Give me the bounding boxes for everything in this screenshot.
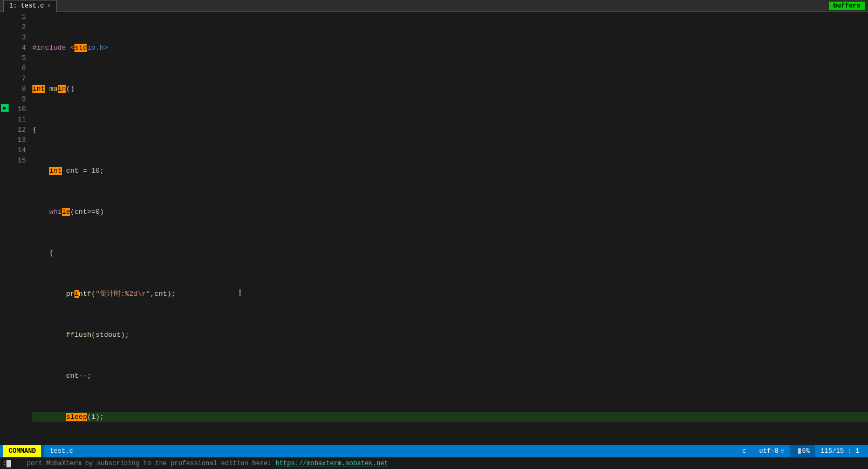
line-num-5: 5 xyxy=(13,53,26,63)
command-line[interactable]: : port MobaXterm by subscribing to the p… xyxy=(0,457,868,469)
code-line-5: while(cnt>=0) xyxy=(32,207,868,217)
footer-link[interactable]: https://mobaxterm.mobatek.net xyxy=(276,460,388,467)
code-line-7: printf("倒计时:%2d\r",cnt); xyxy=(32,289,868,299)
status-language: c xyxy=(736,445,753,457)
encoding-text: utf-8 xyxy=(759,447,778,455)
command-cursor xyxy=(6,460,11,467)
line-num-4: 4 xyxy=(13,43,26,53)
line-num-9: 9 xyxy=(13,94,26,104)
gutter: ▶ xyxy=(0,12,11,438)
status-percent: ▓ 6% xyxy=(792,445,815,457)
editor: ▶ 1 2 3 4 5 6 7 8 9 10 11 12 13 14 15 #i… xyxy=(0,12,868,438)
line-num-12: 12 xyxy=(13,125,26,135)
line-num-1: 1 xyxy=(13,12,26,22)
code-line-4: int cnt = 10; xyxy=(32,166,868,176)
line-numbers: 1 2 3 4 5 6 7 8 9 10 11 12 13 14 15 xyxy=(11,12,28,438)
line-num-14: 14 xyxy=(13,145,26,155)
line-num-3: 3 xyxy=(13,32,26,43)
code-line-9: cnt--; xyxy=(32,371,868,381)
tab-label: 1: test.c xyxy=(9,2,44,10)
status-bar: COMMAND test.c c utf-8 ▽ ▓ 6% 115/15 : 1 xyxy=(0,445,868,457)
code-line-6: { xyxy=(32,248,868,258)
scroll-percent-icon: ▓ xyxy=(798,448,801,454)
code-line-2: int main() xyxy=(32,84,868,94)
tab-area: 1: test.c × xyxy=(3,0,57,12)
line-num-6: 6 xyxy=(13,63,26,73)
title-bar: 1: test.c × buffers xyxy=(0,0,868,12)
code-line-3: { xyxy=(32,125,868,135)
status-command: COMMAND xyxy=(3,445,41,457)
code-line-10: sleep(1); xyxy=(32,412,868,422)
status-right-area: c utf-8 ▽ ▓ 6% 115/15 : 1 xyxy=(736,445,865,457)
line-num-10: 10 xyxy=(13,104,26,114)
encoding-icon: ▽ xyxy=(781,448,784,454)
text-cursor: | xyxy=(238,287,242,297)
code-area[interactable]: #include <stdio.h> int main() { int cnt … xyxy=(28,12,868,438)
line-num-2: 2 xyxy=(13,22,26,32)
line-num-13: 13 xyxy=(13,135,26,145)
buffers-button[interactable]: buffers xyxy=(829,2,865,10)
command-prompt: : xyxy=(2,459,6,467)
line-num-11: 11 xyxy=(13,114,26,125)
line-num-8: 8 xyxy=(13,84,26,94)
code-line-8: fflush(stdout); xyxy=(32,330,868,340)
line-num-15: 15 xyxy=(13,155,26,166)
status-filename: test.c xyxy=(44,445,78,457)
status-position: 115/15 : 1 xyxy=(815,445,865,457)
active-tab[interactable]: 1: test.c × xyxy=(3,0,57,12)
footer-text: port MobaXterm by subscribing to the pro… xyxy=(27,460,388,467)
status-encoding: utf-8 ▽ xyxy=(753,445,790,457)
line-num-7: 7 xyxy=(13,73,26,84)
breakpoint-marker: ▶ xyxy=(1,104,9,112)
tab-close-icon[interactable]: × xyxy=(47,3,51,9)
code-line-1: #include <stdio.h> xyxy=(32,43,868,53)
